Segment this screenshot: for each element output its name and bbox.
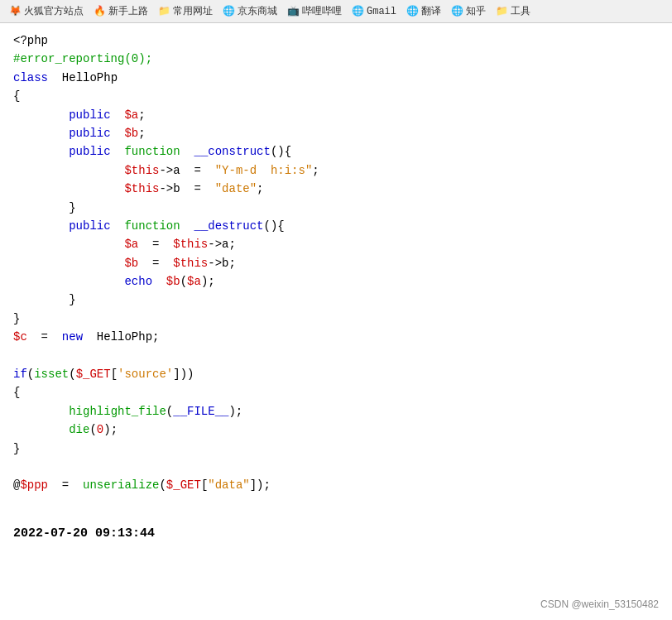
globe3-icon: 🌐 [406,5,419,17]
function-keyword-2: function [124,219,180,233]
bookmark-bilibili[interactable]: 📺 哔哩哔哩 [283,2,346,20]
highlight-file-func: highlight_file [69,405,166,418]
code-line-13: $b = $this->b; [13,254,659,272]
class-keyword: class [13,71,48,84]
code-line-8: $this->a = "Y-m-d h:i:s"; [13,161,659,180]
comment-error-reporting: #error_reporting(0); [13,52,152,65]
php-open-tag: <?php [13,34,48,47]
firefox-icon: 🦊 [9,5,22,17]
code-line-14: echo $b($a); [13,272,659,291]
public-keyword-1: public [69,108,110,122]
fire-icon: 🔥 [94,5,106,17]
code-line-15: } [13,291,659,309]
bookmark-label: Gmail [367,6,396,17]
isset-func: isset [34,368,69,381]
this-a-ref: $this [173,238,208,251]
bookmark-common[interactable]: 📁 常用网址 [154,2,217,20]
new-hellophp: HelloPhp [97,330,152,344]
bookmark-label: 知乎 [466,4,486,18]
echo-keyword: echo [124,275,152,288]
code-line-11: public function __destruct(){ [13,217,659,235]
code-container: <?php #error_reporting(0); class HelloPh… [0,23,672,603]
var-b-call: $b [166,275,180,288]
get-source-var: $_GET [76,368,111,381]
bookmark-newbie[interactable]: 🔥 新手上路 [89,2,152,20]
globe2-icon: 🌐 [352,5,364,17]
bookmark-firefox[interactable]: 🦊 火狐官方站点 [5,2,88,20]
code-line-4: { [13,87,659,105]
code-line-12: $a = $this->a; [13,235,659,253]
code-line-7: public function __construct(){ [13,142,659,161]
code-line-23: } [13,440,659,458]
code-line-2: #error_reporting(0); [13,50,659,68]
var-a-decl: $a [124,108,138,122]
bookmark-label: 哔哩哔哩 [302,4,342,18]
public-keyword-4: public [69,219,110,233]
class-name-hellophp: HelloPhp [62,71,118,84]
bookmark-label: 京东商城 [238,4,277,18]
code-line-25: @$ppp = unserialize($_GET["data"]); [13,476,659,494]
code-line-6: public $b; [13,124,659,142]
var-b-decl: $b [124,127,138,140]
public-keyword-3: public [69,145,110,158]
this-var-1: $this [124,164,159,177]
var-a-assign: $a [124,238,138,251]
bookmark-jd[interactable]: 🌐 京东商城 [218,2,281,20]
var-ppp: $ppp [20,478,48,492]
code-line-17: $c = new HelloPhp; [13,328,659,346]
bookmark-translate[interactable]: 🌐 翻译 [402,2,445,20]
globe-icon: 🌐 [223,5,235,17]
code-line-19: if(isset($_GET['source'])) [13,365,659,383]
bookmark-tools[interactable]: 📁 工具 [492,2,535,20]
folder-icon: 📁 [158,5,170,17]
code-line-5: public $a; [13,106,659,124]
this-var-2: $this [124,182,159,195]
var-a-param: $a [187,275,201,288]
folder2-icon: 📁 [496,5,508,17]
browser-toolbar: 🦊 火狐官方站点 🔥 新手上路 📁 常用网址 🌐 京东商城 📺 哔哩哔哩 🌐 G… [0,0,672,23]
var-c: $c [13,330,27,344]
code-line-24 [13,458,659,476]
destruct-method: __destruct [194,219,263,233]
globe4-icon: 🌐 [451,5,463,17]
this-b-ref: $this [173,257,208,270]
bookmark-label: 翻译 [421,4,441,18]
file-const: __FILE__ [173,405,228,418]
bookmark-zhihu[interactable]: 🌐 知乎 [447,2,490,20]
bookmark-gmail[interactable]: 🌐 Gmail [348,3,401,19]
code-line-3: class HelloPhp [13,69,659,87]
die-func: die [69,423,89,436]
construct-method: __construct [194,145,270,158]
php-output: 2022-07-20 09:13:44 [13,526,659,541]
code-line-20: { [13,383,659,401]
source-string: 'source' [118,368,173,381]
bookmark-label: 工具 [511,4,530,18]
string-date: "date" [215,182,257,195]
tv-icon: 📺 [287,5,300,17]
code-line-26 [13,495,659,513]
bookmark-label: 常用网址 [173,4,213,18]
bookmark-label: 火狐官方站点 [24,4,84,18]
public-keyword-2: public [69,127,110,140]
code-line-1: <?php [13,31,659,50]
string-format: "Y-m-d h:i:s" [215,164,313,177]
watermark: CSDN @weixin_53150482 [540,598,659,603]
code-line-21: highlight_file(__FILE__); [13,402,659,421]
code-line-16: } [13,310,659,328]
if-keyword: if [13,368,27,381]
unserialize-func: unserialize [83,478,159,492]
code-line-18 [13,347,659,365]
code-line-22: die(0); [13,421,659,439]
code-line-9: $this->b = "date"; [13,180,659,198]
zero-literal: 0 [97,423,103,436]
code-line-10: } [13,199,659,217]
bookmark-label: 新手上路 [108,4,148,18]
new-keyword: new [62,330,83,344]
data-string: "data" [208,478,249,492]
function-keyword-1: function [124,145,180,158]
get-data-var: $_GET [166,478,201,492]
var-b-assign: $b [124,257,138,270]
